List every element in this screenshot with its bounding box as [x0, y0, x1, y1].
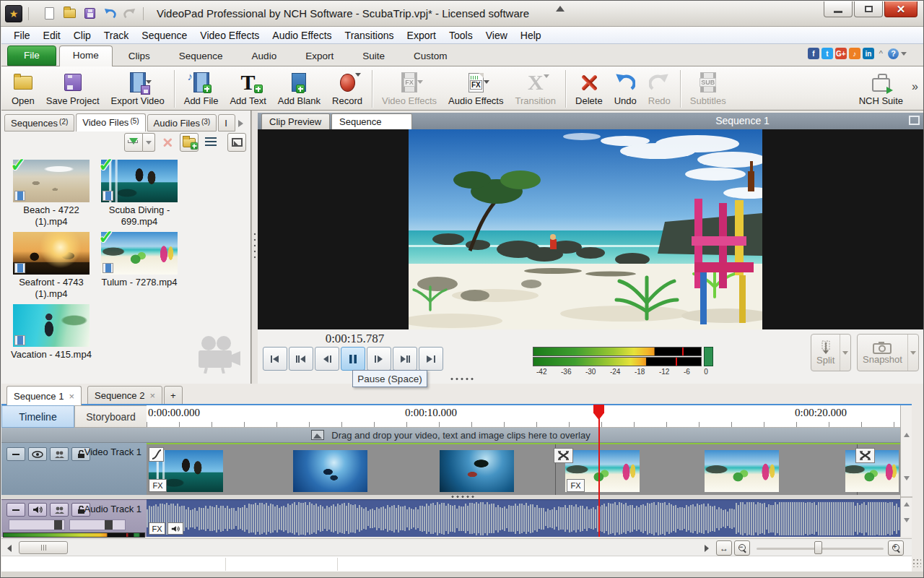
- audio-track-lane[interactable]: FX: [147, 499, 900, 537]
- undo-icon[interactable]: [103, 7, 117, 21]
- zoom-in-button[interactable]: +: [888, 540, 904, 556]
- bin-tab-images[interactable]: I: [218, 114, 235, 131]
- go-to-end-button[interactable]: [419, 347, 443, 371]
- scroll-down-icon[interactable]: [904, 518, 910, 522]
- video-track-lane[interactable]: FX FX: [147, 443, 900, 495]
- help-icon[interactable]: ?: [888, 48, 899, 59]
- title-bar[interactable]: ★ VideoPad Professional by NCH Software …: [1, 1, 923, 27]
- ribbon-tab-suite[interactable]: Suite: [349, 47, 398, 66]
- close-tab-icon[interactable]: ×: [69, 391, 74, 402]
- overlay-drop-zone[interactable]: Drag and drop your video, text and image…: [1, 428, 900, 443]
- remove-file-button[interactable]: [158, 133, 177, 152]
- close-button[interactable]: ✕: [884, 1, 918, 17]
- collapse-track-button[interactable]: [6, 503, 25, 517]
- collapse-track-button[interactable]: [6, 447, 25, 461]
- menu-view[interactable]: View: [479, 27, 514, 43]
- transition-icon[interactable]: [554, 448, 573, 463]
- menu-tools[interactable]: Tools: [443, 27, 479, 43]
- menu-video-effects[interactable]: Video Effects: [193, 27, 266, 43]
- tab-sequence-preview[interactable]: Sequence Preview: [331, 113, 412, 130]
- close-tab-icon[interactable]: ×: [149, 390, 155, 401]
- new-sequence-tab[interactable]: +: [164, 386, 183, 405]
- menu-edit[interactable]: Edit: [37, 27, 67, 43]
- split-button[interactable]: Split: [811, 334, 851, 371]
- timeline-horizontal-scrollbar[interactable]: ↔ − +: [1, 538, 912, 556]
- media-item-tulum[interactable]: ✓ Tulum - 7278.mp4: [97, 232, 182, 288]
- track-group-button[interactable]: [50, 503, 69, 517]
- next-clip-button[interactable]: [393, 347, 417, 371]
- nch-suite-button[interactable]: NCH Suite: [853, 69, 909, 109]
- timeline-view-button[interactable]: Timeline: [1, 405, 74, 428]
- scroll-up-icon[interactable]: [904, 433, 910, 437]
- zoom-slider-handle[interactable]: [814, 541, 822, 554]
- transition-dropdown-icon[interactable]: [544, 74, 549, 78]
- undo-button[interactable]: Undo: [609, 69, 642, 109]
- split-dropdown-icon[interactable]: [840, 335, 850, 371]
- linkedin-icon[interactable]: in: [863, 48, 874, 59]
- save-project-button[interactable]: Save Project: [40, 69, 105, 109]
- clip-fx-badge[interactable]: FX: [149, 479, 167, 492]
- bin-tab-sequences[interactable]: Sequences(2): [4, 114, 74, 131]
- step-back-button[interactable]: [315, 347, 339, 371]
- clip-fx-badge[interactable]: FX: [567, 479, 585, 492]
- timeline-clip-thumbnail[interactable]: [705, 450, 779, 492]
- zoom-out-button[interactable]: −: [734, 540, 750, 556]
- track-mute-button[interactable]: [28, 503, 47, 517]
- menu-sequence[interactable]: Sequence: [135, 27, 193, 43]
- pause-button[interactable]: [341, 347, 365, 371]
- menu-track[interactable]: Track: [97, 27, 135, 43]
- audio-effects-dropdown-icon[interactable]: [484, 80, 489, 84]
- collapse-ribbon-icon[interactable]: ^: [879, 49, 883, 58]
- redo-icon[interactable]: [123, 7, 137, 21]
- media-item-beach[interactable]: ✓ Beach - 4722 (1).mp4: [9, 160, 94, 228]
- save-project-icon[interactable]: [82, 7, 97, 21]
- ribbon-tab-audio[interactable]: Audio: [239, 47, 290, 66]
- video-effects-button[interactable]: FX Video Effects: [376, 69, 443, 109]
- menu-clip[interactable]: Clip: [67, 27, 97, 43]
- horizontal-splitter-grip[interactable]: [450, 377, 474, 381]
- sequence-tab-2[interactable]: Sequence 2×: [87, 386, 162, 405]
- fit-to-window-button[interactable]: ↔: [716, 540, 732, 556]
- help-dropdown-icon[interactable]: [901, 52, 907, 56]
- media-item-seafront[interactable]: Seafront - 4743 (1).mp4: [9, 232, 94, 301]
- track-group-button[interactable]: [50, 447, 69, 461]
- add-to-sequence-button[interactable]: [124, 133, 143, 152]
- subtitles-button[interactable]: SUB Subtitles: [684, 69, 732, 109]
- timeline-vertical-scrollbar[interactable]: [900, 405, 912, 537]
- expand-panel-icon[interactable]: [556, 6, 565, 12]
- bin-tab-audio-files[interactable]: Audio Files(3): [147, 114, 217, 131]
- nch-social-icon[interactable]: ♪: [849, 48, 860, 59]
- scroll-down-icon[interactable]: [904, 476, 910, 480]
- export-video-button[interactable]: Export Video: [105, 69, 170, 109]
- scroll-up-icon[interactable]: [904, 502, 910, 506]
- minimize-button[interactable]: [824, 1, 853, 17]
- transition-button[interactable]: X Transition: [509, 69, 562, 109]
- scrollbar-thumb[interactable]: [19, 541, 68, 554]
- audio-effects-button[interactable]: FX Audio Effects: [443, 69, 509, 109]
- ribbon-tab-sequence[interactable]: Sequence: [166, 47, 236, 66]
- media-item-scuba-diving[interactable]: ✓ Scuba Diving - 699.mp4: [97, 160, 182, 228]
- sequence-tab-1[interactable]: Sequence 1×: [6, 386, 82, 405]
- redo-button[interactable]: Redo: [642, 69, 676, 109]
- ribbon-tab-home[interactable]: Home: [59, 46, 113, 66]
- preview-video-area[interactable]: [258, 129, 924, 329]
- scroll-right-icon[interactable]: [705, 545, 709, 552]
- new-project-icon[interactable]: [42, 7, 56, 21]
- record-button[interactable]: Record: [326, 69, 368, 109]
- bin-tab-video-files[interactable]: Video Files(5): [76, 113, 145, 131]
- add-blank-button[interactable]: Add Blank: [272, 69, 326, 109]
- add-text-button[interactable]: T Add Text: [224, 69, 271, 109]
- tab-clip-preview[interactable]: Clip Preview: [261, 113, 330, 130]
- snapshot-button[interactable]: Snapshot: [857, 334, 919, 371]
- toolbar-overflow-icon[interactable]: »: [912, 80, 918, 93]
- detach-preview-icon[interactable]: [909, 116, 920, 125]
- list-view-button[interactable]: [201, 133, 220, 152]
- snapshot-dropdown-icon[interactable]: [907, 335, 918, 371]
- maximize-button[interactable]: [854, 1, 883, 17]
- track-visibility-button[interactable]: [28, 447, 47, 461]
- media-item-vacation[interactable]: Vacation - 415.mp4: [9, 304, 94, 361]
- previous-clip-button[interactable]: [289, 347, 313, 371]
- add-to-sequence-dropdown[interactable]: [143, 133, 155, 152]
- menu-audio-effects[interactable]: Audio Effects: [266, 27, 338, 43]
- menu-help[interactable]: Help: [514, 27, 548, 43]
